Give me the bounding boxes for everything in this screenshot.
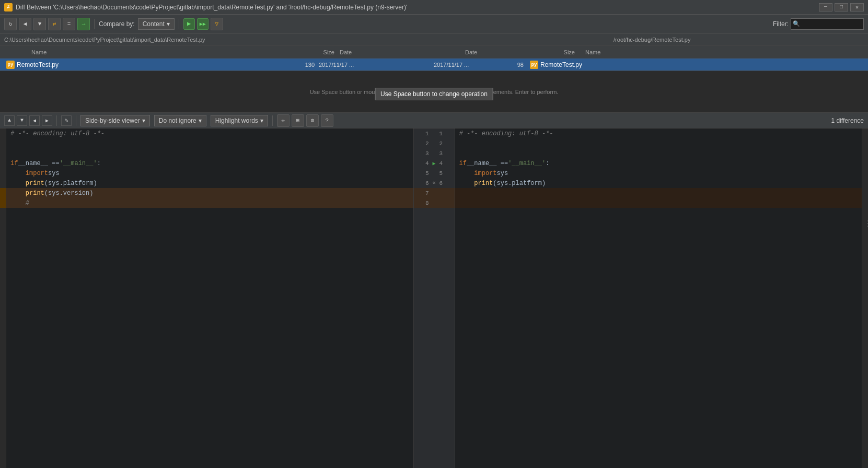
prev-diff-button[interactable]: ◀ [19,18,31,30]
diff-nav-down[interactable]: ▼ [17,115,27,126]
right-gutter-5 [862,168,868,178]
line-num-row-3: 3 3 [414,148,455,158]
chevron-down-icon: ▾ [167,20,170,28]
right-file-size: 98 [503,62,524,68]
arrow-4: ▶ [431,160,437,167]
right-gutter-2 [862,138,868,148]
gutter-line-4 [0,158,6,168]
equalizer-button[interactable]: ⇔ [277,114,290,127]
title-bar: ≠ Diff Between 'C:\Users\hechao\Document… [0,0,868,15]
right-num-2: 2 [439,141,452,147]
right-num-1: 1 [439,131,452,137]
window-controls: ─ □ ✕ [819,3,864,11]
highlight-dropdown[interactable]: Highlight words ▾ [211,115,268,126]
right-line-8 [455,198,862,208]
left-file-name: RemoteTest.py [17,61,294,68]
close-button[interactable]: ✕ [850,3,864,11]
compare-by-dropdown[interactable]: Content ▾ [138,18,175,30]
play-forward-button[interactable]: ▶▶ [197,18,209,30]
chevron-ignore-icon: ▾ [199,117,202,124]
right-name: __name__ == [467,160,508,167]
filter-input[interactable] [791,18,864,30]
refresh-button[interactable]: ↻ [4,18,17,30]
ignore-dropdown[interactable]: Do not ignore ▾ [154,115,206,126]
left-file-date: 2017/11/17 ... [315,62,388,68]
app-icon: ≠ [4,3,13,11]
filter-area: Filter: 🔍 [773,18,864,30]
right-code-pane: # -*- encoding: utf-8 -*- if __name__ ==… [455,128,862,468]
file-comparison-row[interactable]: py RemoteTest.py 130 2017/11/17 ... 2017… [0,58,868,71]
diff-content-area: # -*- encoding: utf-8 -*- if __name__ ==… [0,128,868,468]
code-print: print [26,180,44,187]
right-line-5: import sys [455,168,862,178]
column-headers: Name Size Date Date Size Name [0,46,868,58]
ignore-label: Do not ignore [159,117,196,124]
right-indent5 [459,170,474,177]
diff-nav-left[interactable]: ◀ [29,115,40,126]
minimize-button[interactable]: ─ [819,3,832,11]
left-num-3: 3 [416,150,429,157]
left-num-6: 6 [416,180,429,186]
gutter-changed-8 [0,198,6,208]
line-num-row-6: 6 « 6 [414,178,455,188]
play-button[interactable]: ▶ [183,18,195,30]
diff-toolbar: ▲ ▼ ◀ ▶ ✎ Side-by-side viewer ▾ Do not i… [0,113,868,128]
diff-nav-up[interactable]: ▲ [4,115,15,126]
separator-diff [56,115,57,126]
line-num-row-2: 2 2 [414,138,455,148]
col-header-size-right: Size [543,49,575,55]
left-num-4: 4 [416,160,429,167]
left-code-area: # -*- encoding: utf-8 -*- if __name__ ==… [6,128,413,468]
right-print-body: (sys.platform) [493,180,546,187]
drag-handle[interactable] [866,213,868,234]
next-diff-button[interactable]: ▼ [33,18,46,30]
code-sys: sys [48,170,60,177]
line-numbers-center: 1 1 2 2 3 3 4 ▶ 4 5 5 6 « 6 [413,128,455,468]
right-file-name: RemoteTest.py [540,61,582,68]
help-button[interactable]: ? [321,114,333,127]
maximize-button[interactable]: □ [835,3,848,11]
left-line-5: import sys [6,168,413,178]
file-paths-header: C:\Users\hechao\Documents\code\PyProject… [0,33,868,46]
accept-button[interactable]: → [77,18,90,30]
filter-toggle-button[interactable]: ▽ [211,18,223,30]
right-gutter-1 [862,128,868,138]
right-gutter [862,128,868,468]
swap-button[interactable]: ⇄ [48,18,61,30]
grid-button[interactable]: ⊞ [292,114,304,127]
left-file-path: C:\Users\hechao\Documents\code\PyProject… [0,37,436,43]
left-line-6: print (sys.platform) [6,178,413,188]
right-line-7 [455,188,862,198]
diff-nav-right[interactable]: ▶ [42,115,52,126]
gutter-changed-7 [0,188,6,198]
right-colon: : [546,160,549,167]
separator-diff-2 [76,115,76,126]
right-sys: sys [497,170,508,177]
code-str: '__main__' [60,160,97,167]
left-num-1: 1 [416,131,429,137]
col-header-size-left: Size [303,49,334,55]
code-if: if [10,160,18,167]
right-code-text-1: # -*- encoding: utf-8 -*- [459,130,553,137]
right-num-6: 6 [439,180,452,186]
equal-button[interactable]: = [63,18,75,30]
edit-icon-btn[interactable]: ✎ [61,115,72,126]
col-header-date-right: Date [460,49,543,55]
right-num-3: 3 [439,150,452,157]
right-str: '__main__' [508,160,546,167]
right-file-date: 2017/11/17 ... [430,62,503,68]
line-num-row-8: 8 [414,198,455,208]
right-num-4: 4 [439,160,452,167]
line-num-row-4: 4 ▶ 4 [414,158,455,168]
right-line-2 [455,138,862,148]
arrow-6: « [431,180,437,186]
left-code-pane: # -*- encoding: utf-8 -*- if __name__ ==… [6,128,413,468]
filter-label: Filter: [773,20,789,28]
gutter-line-5 [0,168,6,178]
left-gutter [0,128,6,468]
right-gutter-6 [862,178,868,188]
left-file-size: 130 [294,62,315,68]
viewer-dropdown[interactable]: Side-by-side viewer ▾ [80,115,150,126]
right-file-path: /root/hc-debug/RemoteTest.py [436,37,869,43]
settings-button[interactable]: ⚙ [306,114,319,127]
